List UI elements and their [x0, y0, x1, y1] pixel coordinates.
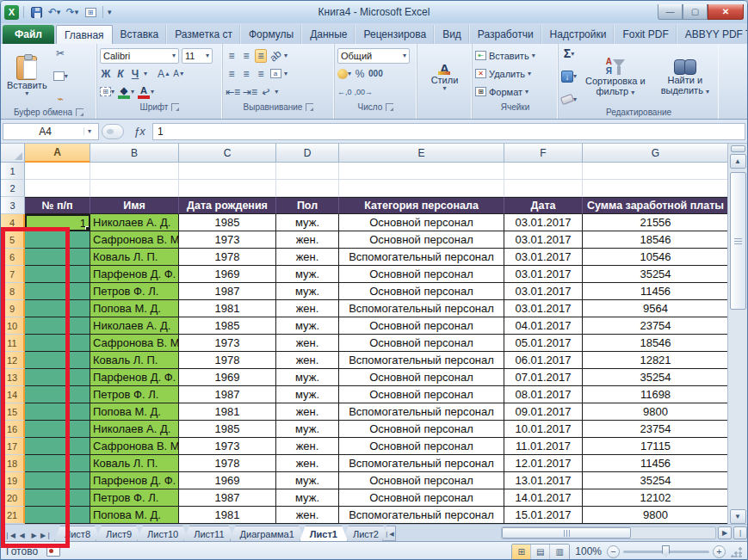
cell-A7[interactable]: [25, 266, 90, 283]
cell-D11[interactable]: жен.: [276, 335, 339, 352]
cell-F10[interactable]: 04.01.2017: [504, 317, 583, 335]
cell-D9[interactable]: жен.: [276, 300, 339, 317]
tab-разметка-ст[interactable]: Разметка ст: [167, 25, 241, 44]
sheet-tab-лист9[interactable]: Лист9: [96, 526, 142, 541]
cell-E13[interactable]: Основной персонал: [339, 369, 504, 386]
cell-A6[interactable]: [25, 249, 90, 266]
cell-D20[interactable]: муж.: [276, 489, 339, 507]
cell-B5[interactable]: Сафронова В. М.: [90, 231, 179, 249]
cell-E15[interactable]: Вспомогательный персонал: [339, 403, 504, 421]
cell-C5[interactable]: 1973: [179, 231, 276, 249]
tab-главная[interactable]: Главная: [56, 25, 113, 44]
cell-A5[interactable]: [25, 231, 90, 249]
cell-B19[interactable]: Парфенов Д. Ф.: [90, 472, 179, 489]
formula-bar-handle[interactable]: [102, 124, 124, 139]
excel-logo-icon[interactable]: X: [4, 5, 19, 20]
borders-icon[interactable]: ⊞▾: [100, 85, 114, 99]
sheet-tab-лист1[interactable]: Лист1: [300, 526, 348, 541]
cell-E5[interactable]: Основной персонал: [339, 231, 504, 249]
row-header-5[interactable]: 5: [1, 231, 25, 249]
cell-C9[interactable]: 1981: [179, 300, 276, 317]
cell-B12[interactable]: Коваль Л. П.: [90, 352, 179, 369]
cell-F19[interactable]: 13.01.2017: [504, 472, 583, 489]
cell-G2[interactable]: [583, 180, 729, 197]
sheet-tab-лист10[interactable]: Лист10: [137, 526, 189, 541]
find-select-button[interactable]: Найти и выделить ▾: [654, 46, 716, 107]
cell-D10[interactable]: муж.: [276, 317, 339, 335]
cell-B10[interactable]: Николаев А. Д.: [90, 317, 179, 335]
cell-G6[interactable]: 10546: [583, 249, 729, 266]
cell-F18[interactable]: 12.01.2017: [504, 455, 583, 472]
align-left-icon[interactable]: ≡: [226, 67, 238, 81]
cell-C19[interactable]: 1969: [179, 472, 276, 489]
minimize-button[interactable]: —: [658, 4, 683, 20]
align-right-icon[interactable]: ≡: [255, 67, 267, 81]
cell-B17[interactable]: Сафронова В. М.: [90, 438, 179, 455]
column-header-G[interactable]: G: [583, 144, 729, 163]
cell-C12[interactable]: 1978: [179, 352, 276, 369]
cell-E21[interactable]: Вспомогательный персонал: [339, 507, 504, 524]
cell-G12[interactable]: 12821: [583, 352, 729, 369]
cell-G21[interactable]: 9800: [583, 507, 729, 524]
cell-G16[interactable]: 23754: [583, 421, 729, 438]
font-name-select[interactable]: Calibri▾: [100, 48, 179, 64]
maximize-button[interactable]: ▢: [683, 4, 708, 20]
align-bottom-icon[interactable]: ≡: [255, 49, 267, 63]
cell-F4[interactable]: 03.01.2017: [504, 214, 583, 231]
row-header-2[interactable]: 2: [1, 180, 25, 197]
cell-A19[interactable]: [25, 472, 90, 489]
increase-indent-icon[interactable]: ⇥≡: [243, 85, 257, 99]
cell-D8[interactable]: муж.: [276, 283, 339, 300]
cell-B16[interactable]: Николаев А. Д.: [90, 421, 179, 438]
align-middle-icon[interactable]: ≡: [240, 49, 252, 63]
wrap-text-icon[interactable]: ↩: [258, 83, 275, 101]
cell-C20[interactable]: 1987: [179, 489, 276, 507]
row-header-12[interactable]: 12: [1, 352, 25, 369]
cell-C1[interactable]: [179, 163, 276, 180]
cell-E12[interactable]: Вспомогательный персонал: [339, 352, 504, 369]
row-header-14[interactable]: 14: [1, 386, 25, 403]
cell-D12[interactable]: жен.: [276, 352, 339, 369]
cell-G15[interactable]: 9800: [583, 403, 729, 421]
row-header-1[interactable]: 1: [1, 163, 25, 180]
cell-D2[interactable]: [276, 180, 339, 197]
clear-button[interactable]: ▾: [561, 92, 577, 106]
resize-grip[interactable]: [731, 546, 742, 557]
cell-A17[interactable]: [25, 438, 90, 455]
cell-C18[interactable]: 1978: [179, 455, 276, 472]
row-header-11[interactable]: 11: [1, 335, 25, 352]
orientation-icon[interactable]: ab: [266, 46, 284, 65]
scroll-down-icon[interactable]: ▼: [730, 509, 746, 524]
dialog-launcher-icon[interactable]: [386, 103, 393, 111]
row-header-3[interactable]: 3: [1, 197, 25, 214]
cell-E14[interactable]: Основной персонал: [339, 386, 504, 403]
name-box-dropdown-icon[interactable]: ▾: [83, 127, 95, 135]
cell-G13[interactable]: 35254: [583, 369, 729, 386]
tab-разработчи[interactable]: Разработчи: [470, 25, 542, 44]
cell-E9[interactable]: Вспомогательный персонал: [339, 300, 504, 317]
cell-B8[interactable]: Петров Ф. Л.: [90, 283, 179, 300]
italic-button[interactable]: К: [114, 67, 127, 81]
column-header-F[interactable]: F: [504, 144, 583, 163]
sort-filter-button[interactable]: АЯ Сортировка и фильтр ▾: [579, 46, 652, 107]
cell-E2[interactable]: [339, 180, 504, 197]
cell-E7[interactable]: Основной персонал: [339, 266, 504, 283]
styles-button[interactable]: А Стили▾: [428, 60, 462, 92]
cell-B14[interactable]: Петров Ф. Л.: [90, 386, 179, 403]
cell-D4[interactable]: муж.: [276, 214, 339, 231]
scroll-up-icon[interactable]: ▲: [730, 154, 746, 169]
cell-A11[interactable]: [25, 335, 90, 352]
cell-F8[interactable]: 03.01.2017: [504, 283, 583, 300]
align-top-icon[interactable]: ≡: [226, 49, 238, 63]
cell-D15[interactable]: жен.: [276, 403, 339, 421]
cell-E1[interactable]: [339, 163, 504, 180]
tab-file[interactable]: Файл: [3, 25, 54, 44]
cell-D18[interactable]: жен.: [276, 455, 339, 472]
tab-формулы[interactable]: Формулы: [241, 25, 302, 44]
decrease-indent-icon[interactable]: ⇤≡: [226, 85, 240, 99]
cell-C21[interactable]: 1981: [179, 507, 276, 524]
cell-G10[interactable]: 23754: [583, 317, 729, 335]
cell-E17[interactable]: Основной персонал: [339, 438, 504, 455]
close-button[interactable]: ✕: [708, 4, 744, 20]
copy-icon[interactable]: ▾: [53, 70, 68, 83]
